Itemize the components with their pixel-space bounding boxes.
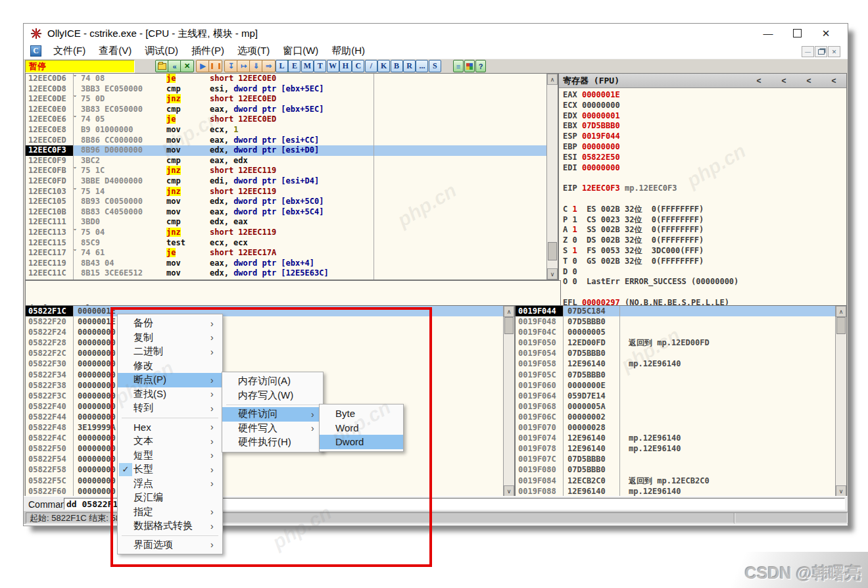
- menu-item-modify[interactable]: 修改: [118, 359, 222, 374]
- stack-row[interactable]: 0019F08007D5BBB0: [516, 464, 846, 475]
- stack-row[interactable]: 0019F064059D7E14: [516, 391, 846, 401]
- menu-help[interactable]: 帮助(H): [325, 43, 372, 59]
- menu-item-binary[interactable]: 二进制›: [118, 345, 222, 359]
- pause-button[interactable]: [208, 60, 222, 72]
- menu-item-hardware-execute[interactable]: 硬件执行(H): [222, 435, 323, 450]
- stack-row[interactable]: 0019F04407D5C184: [516, 306, 846, 316]
- stack-row[interactable]: 0019F04807D5BBB0: [516, 316, 846, 327]
- disasm-row[interactable]: 12EEC0FBˇ75 1Cjnzshort 12EEC119: [26, 166, 558, 176]
- trace-into-button[interactable]: ⇓: [249, 60, 263, 72]
- menu-item-disassemble[interactable]: 反汇编: [118, 491, 222, 505]
- header-arrow-button[interactable]: <: [746, 76, 771, 86]
- dump-row[interactable]: 05822F3000000000: [26, 358, 514, 369]
- stack-row[interactable]: 0019F04C00000005: [516, 327, 846, 337]
- scrollbar-thumb[interactable]: [836, 317, 846, 334]
- letter-button-S[interactable]: S: [429, 60, 441, 72]
- register-line[interactable]: S 1 FS 0053 32位 3DC000(FFF): [559, 246, 846, 257]
- scrollbar-thumb[interactable]: [548, 242, 557, 260]
- register-line[interactable]: EIP 12EEC0F3 mp.12EEC0F3: [559, 184, 846, 194]
- close-button[interactable]: ✕: [812, 24, 840, 43]
- register-line[interactable]: [559, 287, 846, 298]
- mdi-minimize-button[interactable]: —: [802, 46, 814, 57]
- register-line[interactable]: A 1 SS 002B 32位 0(FFFFFFFF): [559, 225, 846, 235]
- run-button[interactable]: ▶: [196, 60, 210, 72]
- header-arrow-button[interactable]: <: [821, 76, 846, 86]
- dump-row[interactable]: 05822F2400000000: [26, 327, 514, 337]
- letter-button-more[interactable]: ...: [416, 60, 428, 72]
- scroll-down-icon[interactable]: ∨: [504, 485, 514, 497]
- letter-button-E[interactable]: E: [288, 60, 301, 72]
- disasm-row[interactable]: 12EEC0F93BC2cmpeax, edx: [26, 156, 558, 166]
- menu-item-search[interactable]: 查找(S)›: [118, 387, 222, 402]
- menu-item-short[interactable]: 短型›: [118, 449, 222, 463]
- dump-row[interactable]: 05822F2800000000: [26, 337, 514, 348]
- menu-item-breakpoint[interactable]: 断点(P)›: [118, 373, 222, 387]
- stack-row[interactable]: 0019F07812E96140mp.12E96140: [516, 443, 846, 454]
- stack-row[interactable]: 0019F0680000005A: [516, 401, 846, 412]
- menu-debug[interactable]: 调试(D): [138, 43, 185, 59]
- open-file-button[interactable]: [155, 60, 169, 72]
- scroll-down-icon[interactable]: ∨: [547, 268, 558, 280]
- dump-row[interactable]: 05822F6000000000: [26, 486, 514, 497]
- trace-over-button[interactable]: ⇒: [262, 60, 276, 72]
- register-line[interactable]: T 0 GS 002B 32位 0(FFFFFFFF): [559, 257, 846, 267]
- scroll-up-icon[interactable]: ∧: [504, 306, 514, 317]
- stack-row[interactable]: 0019F07412E96140mp.12E96140: [516, 433, 846, 443]
- options-list-button[interactable]: ≡: [453, 60, 464, 72]
- mdi-close-button[interactable]: ✕: [828, 46, 840, 57]
- disasm-row[interactable]: 12EEC11585C9testecx, ecx: [26, 238, 558, 249]
- scroll-up-icon[interactable]: ∧: [547, 74, 558, 85]
- letter-button-M[interactable]: M: [301, 60, 314, 72]
- minimize-button[interactable]: —: [754, 24, 782, 43]
- letter-button-C[interactable]: C: [352, 60, 364, 72]
- disassembly-pane[interactable]: 12EEC0D6ˇ74 08jeshort 12EEC0E012EEC0D83B…: [25, 73, 558, 280]
- menu-item-dword[interactable]: Dword: [320, 435, 403, 449]
- help-button[interactable]: ?: [475, 60, 486, 72]
- letter-button-slash[interactable]: /: [365, 60, 377, 72]
- menu-plugins[interactable]: 插件(P): [185, 43, 231, 59]
- register-line[interactable]: C 1 ES 002B 32位 0(FFFFFFFF): [559, 205, 846, 215]
- disasm-row[interactable]: 12EEC103ˇ75 14jnzshort 12EEC119: [26, 187, 558, 197]
- menu-item-long[interactable]: ✓长型›: [118, 462, 222, 477]
- disasm-row[interactable]: 12EEC0DEˇ75 0Djnzshort 12EEC0ED: [26, 94, 558, 105]
- stack-row[interactable]: 0019F05812E96140mp.12E96140: [516, 358, 846, 369]
- menu-item-appearance-options[interactable]: 界面选项›: [118, 538, 222, 552]
- register-line[interactable]: EDI 00000000: [559, 163, 846, 174]
- registers-pane[interactable]: 寄存器 (FPU) <<<< EAX 0000001EECX 00000000E…: [558, 73, 847, 306]
- scroll-up-icon[interactable]: ∧: [836, 306, 846, 317]
- register-line[interactable]: O 0 LastErr ERROR_SUCCESS (00000000): [559, 277, 846, 287]
- disasm-row[interactable]: 12EEC10B8B83 C4050000moveax, dword ptr […: [26, 207, 558, 218]
- register-line[interactable]: EDX 00000001: [559, 111, 846, 122]
- stack-row[interactable]: 0019F08812E96140mp.12E96140: [516, 486, 846, 497]
- menu-item-byte[interactable]: Byte: [320, 406, 403, 421]
- title-bar[interactable]: OllyICE - cstrike.exe - [CPU - 主线程, 模块 -…: [24, 24, 848, 43]
- scrollbar-thumb[interactable]: [504, 317, 514, 334]
- stack-row[interactable]: 0019F07000000028: [516, 422, 846, 433]
- menu-options[interactable]: 选项(T): [231, 43, 276, 59]
- disasm-row[interactable]: 12EEC0E03B83 EC050000cmpeax, dword ptr […: [26, 105, 558, 115]
- disasm-row[interactable]: 12EEC1198B43 04moveax, dword ptr [ebx+4]: [26, 258, 558, 269]
- menu-view[interactable]: 查看(V): [92, 43, 138, 59]
- disasm-row[interactable]: 12EEC117ˇ74 61jeshort 12EEC17A: [26, 248, 558, 258]
- scroll-down-icon[interactable]: ∨: [836, 485, 846, 497]
- disasm-row[interactable]: 12EEC0D83BB3 EC050000cmpesi, dword ptr […: [26, 84, 558, 95]
- stack-pane[interactable]: 0019F04407D5C1840019F04807D5BBB00019F04C…: [515, 305, 847, 497]
- letter-button-H[interactable]: H: [339, 60, 352, 72]
- register-line[interactable]: P 1 CS 0023 32位 0(FFFFFFFF): [559, 215, 846, 226]
- disasm-row[interactable]: 12EEC0E6ˇ74 05jeshort 12EEC0ED: [26, 114, 558, 125]
- stack-row[interactable]: 0019F06C00000002: [516, 412, 846, 422]
- menu-item-address[interactable]: 指定›: [118, 505, 222, 520]
- letter-button-T[interactable]: T: [314, 60, 326, 72]
- menu-file[interactable]: 文件(F): [47, 43, 92, 59]
- disasm-row[interactable]: 12EEC0E8B9 01000000movecx, 1: [26, 125, 558, 135]
- menu-item-backup[interactable]: 备份›: [118, 316, 222, 331]
- dump-row[interactable]: 05822F5800000000: [26, 464, 514, 475]
- letter-button-R[interactable]: R: [403, 60, 416, 72]
- register-line[interactable]: ECX 00000000: [559, 101, 846, 111]
- menu-item-memory-write[interactable]: 内存写入(W): [222, 389, 323, 403]
- step-over-button[interactable]: ↦: [237, 60, 251, 72]
- disasm-row[interactable]: 12EEC1113BD0cmpedx, eax: [26, 217, 558, 228]
- menu-item-copy[interactable]: 复制›: [118, 331, 222, 345]
- stack-row[interactable]: 0019F07C07D5BBB0: [516, 454, 846, 464]
- maximize-button[interactable]: [783, 24, 811, 43]
